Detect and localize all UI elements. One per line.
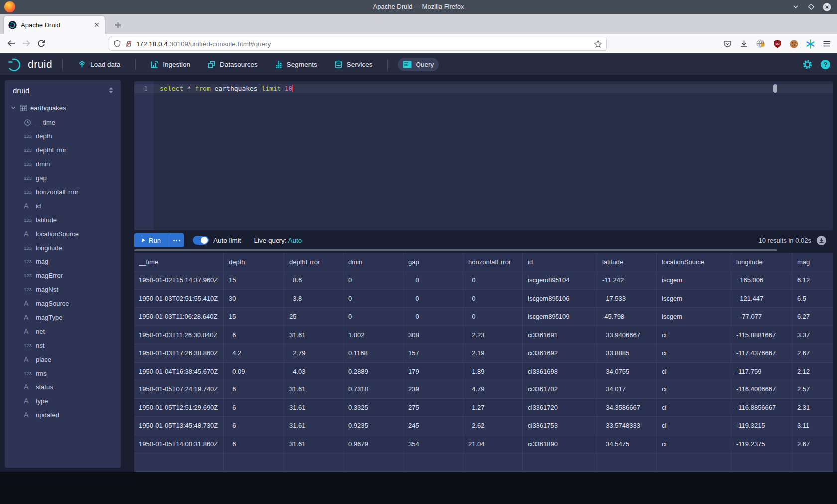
table-cell[interactable]: -77.077 xyxy=(731,308,792,326)
forward-button[interactable] xyxy=(19,36,34,51)
table-cell[interactable]: ci xyxy=(657,399,731,417)
table-header-id[interactable]: id xyxy=(523,253,597,271)
table-cell[interactable]: 6 xyxy=(224,326,284,344)
sidebar-column-place[interactable]: Aplace xyxy=(5,352,121,366)
table-cell[interactable]: 0 xyxy=(463,271,523,289)
table-cell[interactable]: ci3361692 xyxy=(523,344,597,362)
table-cell[interactable]: 0 xyxy=(463,308,523,326)
table-cell[interactable]: ci xyxy=(657,435,731,453)
table-cell[interactable]: 1950-01-03T02:51:55.410Z xyxy=(134,290,224,308)
table-cell[interactable]: 0 xyxy=(403,290,463,308)
tracking-shield-icon[interactable] xyxy=(113,40,121,48)
maximize-diamond-icon[interactable] xyxy=(808,3,815,10)
table-cell[interactable]: 2.67 xyxy=(792,344,833,362)
table-cell[interactable]: 354 xyxy=(403,435,463,453)
sidebar-column-nst[interactable]: 123nst xyxy=(5,338,121,352)
table-cell[interactable]: 1950-01-05T12:51:29.690Z xyxy=(134,399,224,417)
sidebar-column-horizontalError[interactable]: 123horizontalError xyxy=(5,185,121,199)
sidebar-column-longitude[interactable]: 123longitude xyxy=(5,241,121,254)
close-window-icon[interactable] xyxy=(823,3,831,11)
table-cell[interactable]: 165.006 xyxy=(731,271,792,289)
table-cell[interactable]: ci3361698 xyxy=(523,363,597,380)
table-cell[interactable]: 1.002 xyxy=(343,326,403,344)
download-results-icon[interactable] xyxy=(817,236,826,245)
editor-scrollbar-thumb[interactable] xyxy=(773,84,777,93)
table-cell[interactable]: 15 xyxy=(224,308,284,326)
table-header-depthError[interactable]: depthError xyxy=(284,253,343,271)
sql-query-text[interactable]: select * from earthquakes limit 10 xyxy=(160,84,293,93)
sidebar-column-magType[interactable]: AmagType xyxy=(5,310,121,324)
bookmark-star-icon[interactable] xyxy=(594,40,602,48)
sidebar-column-depth[interactable]: 123depth xyxy=(5,129,121,143)
table-cell[interactable]: -116.8856667 xyxy=(731,399,792,417)
table-cell[interactable]: 2.19 xyxy=(463,344,523,362)
table-cell[interactable]: 6.12 xyxy=(792,271,833,289)
hamburger-menu-icon[interactable] xyxy=(822,39,831,48)
table-cell[interactable]: 3.8 xyxy=(284,290,343,308)
sidebar-column-type[interactable]: Atype xyxy=(5,394,121,408)
nav-query[interactable]: Query xyxy=(398,58,439,71)
table-header-longitude[interactable]: longitude xyxy=(731,253,792,271)
table-cell[interactable]: 1.89 xyxy=(463,363,523,380)
table-cell[interactable]: 0.1168 xyxy=(343,344,403,362)
table-cell[interactable]: 0.7318 xyxy=(343,380,403,398)
sidebar-column-depthError[interactable]: 123depthError xyxy=(5,143,121,157)
table-header-gap[interactable]: gap xyxy=(403,253,463,271)
table-cell[interactable]: 6 xyxy=(224,435,284,453)
table-cell[interactable]: 21.04 xyxy=(463,435,523,453)
run-more-button[interactable] xyxy=(169,233,184,247)
table-cell[interactable]: ci3361753 xyxy=(523,417,597,435)
live-query-value-link[interactable]: Auto xyxy=(288,237,302,244)
table-cell[interactable]: -11.242 xyxy=(597,271,657,289)
nav-ingestion[interactable]: Ingestion xyxy=(145,57,195,72)
table-cell[interactable]: 1950-01-02T15:14:37.960Z xyxy=(134,271,224,289)
pocket-icon[interactable] xyxy=(723,39,732,49)
table-cell[interactable]: 0 xyxy=(343,290,403,308)
sidebar-column-mag[interactable]: 123mag xyxy=(5,254,121,268)
table-header-latitude[interactable]: latitude xyxy=(597,253,657,271)
table-cell[interactable]: 31.61 xyxy=(284,435,343,453)
table-cell[interactable]: 6 xyxy=(224,399,284,417)
table-cell[interactable]: 1950-01-05T14:00:31.860Z xyxy=(134,435,224,453)
table-cell[interactable]: 275 xyxy=(403,399,463,417)
table-cell[interactable]: 6.27 xyxy=(792,308,833,326)
table-cell[interactable]: iscgem895104 xyxy=(523,271,597,289)
sidebar-column-latitude[interactable]: 123latitude xyxy=(5,213,121,227)
sidebar-column-locationSource[interactable]: AlocationSource xyxy=(5,227,121,241)
table-cell[interactable]: iscgem895106 xyxy=(523,290,597,308)
insecure-lock-icon[interactable] xyxy=(125,40,133,48)
sidebar-column-status[interactable]: Astatus xyxy=(5,380,121,394)
table-cell[interactable]: 4.2 xyxy=(224,344,284,362)
run-button[interactable]: Run xyxy=(134,233,169,247)
extension-globe-lock-icon[interactable] xyxy=(756,39,766,49)
table-cell[interactable]: ci xyxy=(657,363,731,380)
sql-editor[interactable]: 1 select * from earthquakes limit 10 xyxy=(134,81,833,230)
downloads-icon[interactable] xyxy=(739,39,749,49)
table-cell[interactable]: 2.23 xyxy=(463,326,523,344)
table-cell[interactable]: 121.447 xyxy=(731,290,792,308)
back-button[interactable] xyxy=(4,36,19,51)
table-cell[interactable]: ci3361890 xyxy=(523,435,597,453)
table-cell[interactable]: 179 xyxy=(403,363,463,380)
table-cell[interactable]: 2.57 xyxy=(792,380,833,398)
settings-gear-icon[interactable] xyxy=(802,59,813,70)
table-cell[interactable]: 0 xyxy=(343,308,403,326)
sidebar-column-rms[interactable]: 123rms xyxy=(5,366,121,380)
table-cell[interactable]: -116.4006667 xyxy=(731,380,792,398)
table-cell[interactable]: ci xyxy=(657,380,731,398)
table-cell[interactable]: 1.27 xyxy=(463,399,523,417)
sidebar-column-dmin[interactable]: 123dmin xyxy=(5,157,121,171)
table-cell[interactable]: 3.11 xyxy=(792,417,833,435)
table-cell[interactable]: 0.9679 xyxy=(343,435,403,453)
sidebar-column-net[interactable]: Anet xyxy=(5,324,121,338)
table-cell[interactable]: iscgem xyxy=(657,308,731,326)
table-cell[interactable]: 2.79 xyxy=(284,344,343,362)
auto-limit-toggle[interactable] xyxy=(193,236,209,245)
table-cell[interactable]: 245 xyxy=(403,417,463,435)
table-cell[interactable]: -115.8881667 xyxy=(731,326,792,344)
table-cell[interactable]: 0 xyxy=(463,290,523,308)
tab-close-icon[interactable] xyxy=(93,21,100,28)
table-cell[interactable]: iscgem895109 xyxy=(523,308,597,326)
table-cell[interactable]: 4.79 xyxy=(463,380,523,398)
table-cell[interactable]: 30 xyxy=(224,290,284,308)
